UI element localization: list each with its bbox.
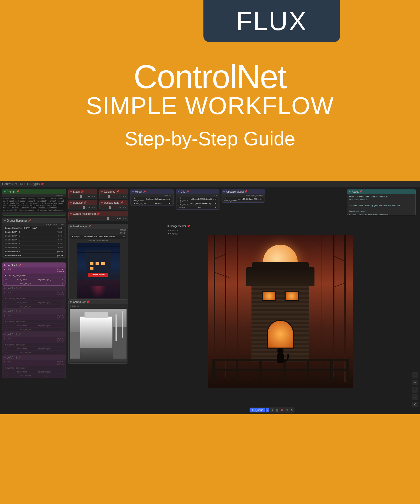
upscale-title: Upscale Model <box>226 190 244 193</box>
viewer-port-b: image_b <box>170 232 178 235</box>
model-node[interactable]: Model📌 MODEL ◄ unet_nameflux1-dev-fp8.sa… <box>130 189 174 206</box>
prompt-output-label: STRING <box>2 194 66 197</box>
clip-port: CLIP <box>176 194 219 197</box>
title-line1: ControlNet <box>0 58 420 96</box>
queue-cancel-button[interactable]: ✕ <box>280 408 284 412</box>
prompt-title: Prompt <box>7 190 15 193</box>
cat-silhouette <box>275 346 286 363</box>
locate-button[interactable]: ✦ <box>412 394 418 400</box>
controlnet-preview-node[interactable]: ControlNet📌 ● images <box>68 299 128 364</box>
loadimage-title: Load Image <box>73 225 87 228</box>
field-row[interactable]: ◄ weight_dtypedefault► <box>132 201 172 205</box>
pin-icon: 📌 <box>186 190 189 193</box>
reset-button[interactable]: ⟲ <box>412 402 418 407</box>
bypass-row[interactable]: Enable LoRA - 5no ► <box>3 246 65 249</box>
field-row[interactable]: ◄ model_name4x_NMKD-Siax_200k.pth► <box>223 197 264 201</box>
upscale-ratio-node[interactable]: Upscale ratio📌 2.0◄► <box>99 200 128 210</box>
title-line3: Step-by-Step Guide <box>0 128 420 150</box>
title-line2: SIMPLE WORKFLOW <box>0 92 420 120</box>
controlnet-depth-preview[interactable] <box>70 309 127 362</box>
shop-sign: Le Petit Journal <box>88 273 108 277</box>
field-row[interactable]: ◄ clip_name1ViT-L-14-TEXT-detail-impro► <box>177 197 218 201</box>
queue-count: 1 <box>270 408 274 412</box>
pin-icon: 📌 <box>97 212 100 215</box>
about-node[interactable]: About📌 FLUX - ControlNet simple workflow… <box>347 189 416 215</box>
steps-node[interactable]: Steps📌 30◄► <box>68 189 97 199</box>
upload-button[interactable]: choose file to upload <box>69 239 128 242</box>
steps-slider[interactable] <box>70 196 87 197</box>
zoom-out-button[interactable]: − <box>412 380 418 385</box>
guidance-value: 3.5 <box>118 195 121 198</box>
bypass-row[interactable]: Enable LoRA - 3no ► <box>3 238 65 242</box>
about-title: About <box>352 190 359 193</box>
viewer-title: Image viewer <box>170 225 186 228</box>
bypasser-title: Groups Bypasser <box>7 219 27 222</box>
guidance-node[interactable]: Guidance📌 3.5◄► <box>99 189 128 199</box>
pin-icon: 📌 <box>28 219 31 222</box>
controlnet-port: images <box>72 305 79 307</box>
groups-bypasser-node[interactable]: Groups Bypasser📌 OPT_CONNECTION Enable C… <box>2 218 66 258</box>
cnstr-title: ControlNet strength <box>73 212 96 215</box>
pin-icon: 📌 <box>87 301 90 303</box>
app-header: ControlNet - DEPTH (gguf) 📌 <box>0 181 420 187</box>
play-icon: ▷ <box>252 409 254 412</box>
lora-node[interactable]: LoRA - 2📌 ● LoRAtags ●LoRA ● ● override_… <box>2 286 66 309</box>
fit-button[interactable]: ⊡ <box>412 387 418 393</box>
field-row[interactable]: ◄ typeflux► <box>177 206 218 209</box>
field-row[interactable]: ◄ unet_nameflux1-dev-fp8.safetensors► <box>132 197 172 201</box>
model-port: MODEL <box>130 194 174 197</box>
bypass-row[interactable]: Enable LoRA - 2no ► <box>3 234 65 238</box>
controlnet-title: ControlNet <box>73 301 86 303</box>
pin-icon: 📌 <box>16 190 19 193</box>
guidance-title: Guidance <box>104 190 115 193</box>
denoise-node[interactable]: Denoise📌 1.00◄► <box>68 200 97 210</box>
queue-label: Queue <box>255 409 263 412</box>
canvas-tools: + − ⊡ ✦ ⟲ <box>412 372 418 407</box>
controlnet-strength-node[interactable]: ControlNet strength📌 0.80◄► <box>68 211 128 221</box>
loadimage-file-field[interactable]: ◄ imagec6ed4ef8-d0a7-45f9-a7f8-26e8c8d19… <box>70 235 127 239</box>
about-text: FLUX - ControlNet simple workflow for GG… <box>347 194 416 215</box>
pin-icon: 📌 <box>187 225 190 227</box>
lora-node[interactable]: LoRA - 5📌 ● LoRAtags ●LoRA ● ● override_… <box>2 355 66 378</box>
pin-icon: 📌 <box>41 183 44 185</box>
pin-icon: 📌 <box>143 190 146 193</box>
cnstr-slider[interactable] <box>70 218 116 219</box>
queue-button[interactable]: ▷Queue <box>250 408 265 412</box>
lora-node[interactable]: LoRA - 4📌 ● LoRAtags ●LoRA ● ● override_… <box>2 332 66 355</box>
pin-icon: 📌 <box>116 190 119 193</box>
lora-node[interactable]: LoRA - 1📌 ● LoRAtags ●LoRA ● ● override_… <box>2 262 66 286</box>
lora-node[interactable]: LoRA - 3📌 ● LoRAtags ●LoRA ● ● override_… <box>2 309 66 332</box>
denoise-slider[interactable] <box>70 207 85 208</box>
prompt-textarea[interactable]: (impulsors, ink illustration, (anime:0.1… <box>2 197 66 212</box>
bypass-row[interactable]: Enable Upscaleryes ► <box>3 250 65 253</box>
field-row[interactable]: ◄ clip_name2t5-v1_1-xxl-encoder-Q8_0.ggu… <box>177 201 218 205</box>
loadimage-port-mask: MASK <box>120 232 126 234</box>
viewer-port-a: image_a <box>170 229 178 231</box>
upscale-port: UPSCALE_MODEL <box>222 194 265 197</box>
load-image-node[interactable]: Load Image📌 IMAGE MASK ◄ imagec6ed4ef8-d… <box>68 224 128 300</box>
upratio-slider[interactable] <box>101 207 117 208</box>
node-canvas[interactable]: Prompt📌 STRING (impulsors, ink illustrat… <box>0 187 420 414</box>
clip-title: Clip <box>181 190 185 193</box>
bypass-row[interactable]: Enable LoRA - 4no ► <box>3 242 65 245</box>
queue-dropdown[interactable]: ⌄ <box>266 408 269 412</box>
steps-title: Steps <box>73 190 80 193</box>
queue-batch-icon[interactable]: ▤ <box>275 408 279 412</box>
queue-stop-button[interactable]: □ <box>285 408 289 412</box>
bypass-row[interactable]: Enable Metadatayes ► <box>3 254 65 257</box>
upscale-model-node[interactable]: Upscale Model📌 UPSCALE_MODEL ◄ model_nam… <box>222 189 265 203</box>
flux-badge: FLUX <box>203 0 340 42</box>
steps-value: 30 <box>88 195 90 198</box>
guidance-slider[interactable] <box>101 196 117 197</box>
upratio-value: 2.0 <box>118 206 121 209</box>
output-image[interactable] <box>208 235 353 388</box>
bypass-row[interactable]: Enable ControlNet - DEPTH (gguf)yes ► <box>3 226 65 230</box>
image-viewer-node[interactable]: Image viewer📌 ● image_a ● image_b <box>166 224 355 392</box>
bypass-row[interactable]: Enable LoRA - 1yes ► <box>3 230 65 234</box>
clip-node[interactable]: Clip📌 CLIP ◄ clip_name1ViT-L-14-TEXT-det… <box>176 189 219 210</box>
pin-icon: 📌 <box>81 190 84 193</box>
prompt-node[interactable]: Prompt📌 STRING (impulsors, ink illustrat… <box>2 189 66 216</box>
loadimage-preview[interactable]: Le Petit Journal <box>77 243 120 298</box>
queue-refresh-button[interactable]: ↻ <box>290 408 294 412</box>
zoom-in-button[interactable]: + <box>412 372 418 378</box>
